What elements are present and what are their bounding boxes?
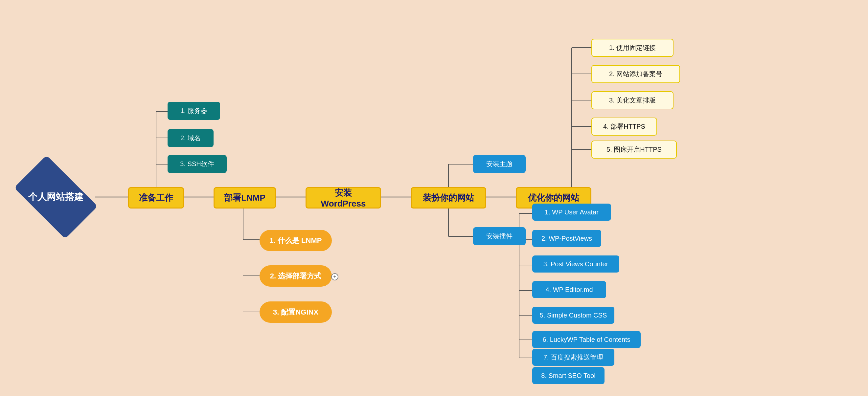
prepare-item-2: 2. 域名 bbox=[167, 129, 214, 147]
plugin-1: 1. WP User Avatar bbox=[532, 204, 611, 221]
lnmp-item-2: 2. 选择部署方式 bbox=[259, 265, 332, 287]
plugin-2: 2. WP-PostViews bbox=[532, 230, 601, 247]
expand-lnmp-2[interactable]: + bbox=[331, 273, 338, 280]
lnmp-item-3: 3. 配置NGINX bbox=[259, 301, 332, 323]
plugin-8: 8. Smart SEO Tool bbox=[532, 367, 604, 384]
diagram-container: 个人网站搭建 准备工作 部署LNMP 安装WordPress 装扮你的网站 优化… bbox=[0, 0, 868, 396]
optimize-item-4: 4. 部署HTTPS bbox=[591, 118, 657, 136]
optimize-item-3: 3. 美化文章排版 bbox=[591, 91, 674, 109]
plugin-3: 3. Post Views Counter bbox=[532, 256, 619, 272]
decorate-theme[interactable]: 安装主题 bbox=[473, 155, 526, 173]
prepare-item-3: 3. SSH软件 bbox=[167, 155, 227, 173]
root-label: 个人网站搭建 bbox=[20, 174, 92, 220]
decorate-plugins[interactable]: 安装插件 bbox=[473, 227, 526, 245]
node-decorate[interactable]: 装扮你的网站 bbox=[411, 187, 486, 208]
optimize-item-5: 5. 图床开启HTTPS bbox=[591, 140, 677, 159]
prepare-item-1: 1. 服务器 bbox=[167, 102, 220, 120]
node-prepare[interactable]: 准备工作 bbox=[128, 187, 184, 208]
node-wordpress[interactable]: 安装WordPress bbox=[306, 187, 381, 208]
optimize-item-1: 1. 使用固定链接 bbox=[591, 39, 674, 57]
node-lnmp[interactable]: 部署LNMP bbox=[214, 187, 276, 208]
optimize-item-2: 2. 网站添加备案号 bbox=[591, 65, 680, 83]
plugin-4: 4. WP Editor.md bbox=[532, 281, 606, 298]
plugin-6: 6. LuckyWP Table of Contents bbox=[532, 331, 641, 348]
plugin-7: 7. 百度搜索推送管理 bbox=[532, 349, 614, 366]
plugin-5: 5. Simple Custom CSS bbox=[532, 307, 614, 324]
lnmp-item-1: 1. 什么是 LNMP bbox=[259, 230, 332, 251]
